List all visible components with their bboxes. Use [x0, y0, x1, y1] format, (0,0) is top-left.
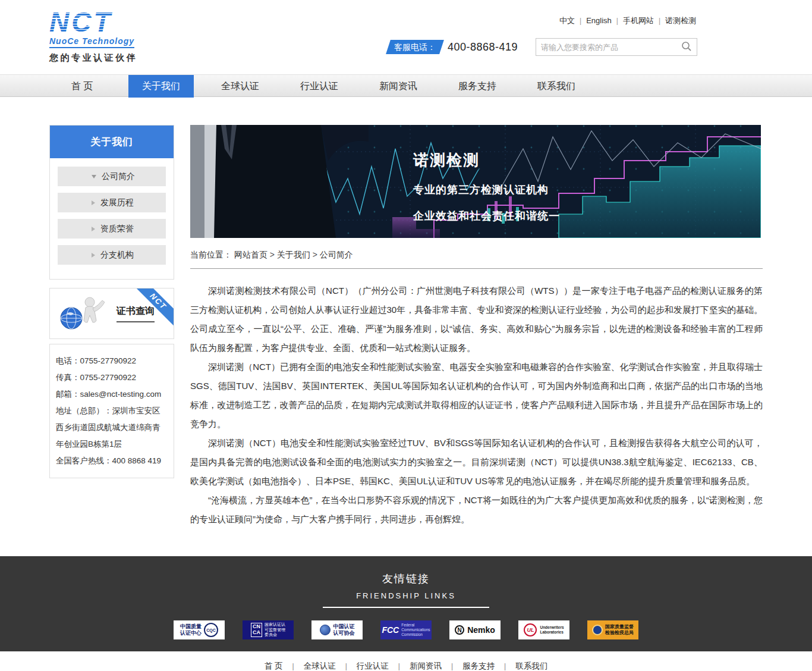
sidebar-item-development-history[interactable]: 发展历程 — [58, 193, 166, 212]
contact-info-box: 电话：0755-27790922 传真：0755-27790922 邮箱：sal… — [49, 344, 174, 478]
sidebar-item-label: 资质荣誉 — [100, 224, 134, 234]
link-nct-testing[interactable]: 诺测检测 — [665, 16, 696, 25]
certificate-query-box[interactable]: 证书查询 NCT — [49, 288, 174, 339]
footer-link-contact-us[interactable]: 联系我们 — [495, 661, 547, 671]
logo-text-line: Commission — [401, 632, 430, 637]
footer-link-global-certification[interactable]: 全球认证 — [283, 661, 336, 671]
banner-text: 诺测检测 专业的第三方检测认证机构 企业效益和社会责任和谐统一 — [413, 150, 560, 223]
main-nav: 首 页 关于我们 全球认证 行业认证 新闻资讯 服务支持 联系我们 — [0, 74, 812, 97]
ccaa-globe-icon — [320, 625, 331, 635]
hotline-number: 400-8868-419 — [448, 41, 518, 54]
nav-service-support[interactable]: 服务支持 — [445, 75, 510, 98]
logo-text-line: Laboratories — [540, 630, 564, 635]
logo-text-line: 可监督管理 — [265, 628, 285, 633]
divider: | — [616, 17, 618, 25]
partner-logo-row: 中国质量 认证中心 CQC CN CA 国家认证认 可监督管理 委员会 — [0, 620, 812, 639]
contact-fax: 传真：0755-27790922 — [56, 369, 168, 386]
page: NCT NuoCe Technology 您的专业认证伙伴 中文|English… — [0, 0, 812, 671]
logo-text-line: Federal — [401, 623, 430, 628]
link-chinese[interactable]: 中文 — [559, 16, 575, 25]
logo-text-line: Underwriters — [540, 625, 564, 630]
divider: | — [659, 17, 660, 25]
banner-subtitle-1: 专业的第三方检测认证机构 — [413, 183, 560, 197]
logo-text-line: 认证中心 — [180, 630, 202, 636]
partner-logo-cnca[interactable]: CN CA 国家认证认 可监督管理 委员会 — [243, 620, 294, 639]
ul-mark-icon: UL — [524, 623, 537, 636]
service-hotline: 客服电话： 400-8868-419 — [388, 40, 518, 54]
sidebar-title: 关于我们 — [50, 126, 174, 158]
sidebar: 关于我们 公司简介 发展历程 资质荣誉 — [49, 125, 174, 478]
logo-slogan: 您的专业认证伙伴 — [49, 52, 192, 64]
contact-phone: 电话：0755-27790922 — [56, 353, 168, 369]
banner-subtitle-2: 企业效益和社会责任和谐统一 — [413, 209, 560, 223]
logo-text-line: 中国质量 — [180, 623, 202, 630]
sidebar-item-label: 发展历程 — [100, 197, 134, 208]
nav-home[interactable]: 首 页 — [49, 75, 115, 98]
logo-text: NCT — [49, 8, 117, 36]
article-paragraph: 深圳诺测（NCT）已拥有全面的电池安全和性能测试实验室、电器安全实验室和电磁兼容… — [190, 358, 763, 434]
footer-nav: 首 页 全球认证 行业认证 新闻资讯 服务支持 联系我们 — [0, 661, 812, 671]
contact-email: 邮箱：sales@nct-testing.com — [56, 386, 168, 403]
footer-link-service-support[interactable]: 服务支持 — [442, 661, 495, 671]
caret-right-icon — [92, 227, 95, 231]
sidebar-item-qualification-honor[interactable]: 资质荣誉 — [58, 219, 166, 239]
nav-contact-us[interactable]: 联系我们 — [524, 75, 589, 98]
site-header: NCT NuoCe Technology 您的专业认证伙伴 中文|English… — [0, 0, 812, 74]
partner-logo-cqc[interactable]: 中国质量 认证中心 CQC — [174, 620, 225, 639]
contact-national-hotline: 全国客户热线：400 8868 419 — [56, 453, 168, 469]
breadcrumb: 当前位置： 网站首页 关于我们 公司简介 — [190, 250, 763, 269]
contact-address: 地址（总部）：深圳市宝安区西乡街道固戍航城大道绵商青年创业园B栋第1层 — [56, 403, 168, 453]
hero-banner: 诺测检测 专业的第三方检测认证机构 企业效益和社会责任和谐统一 — [190, 125, 761, 238]
sidebar-item-label: 公司简介 — [102, 171, 135, 182]
footer-link-industry-certification[interactable]: 行业认证 — [336, 661, 389, 671]
sidebar-about-box: 关于我们 公司简介 发展历程 资质荣誉 — [49, 125, 174, 280]
company-profile-article: 深圳诺测检测技术有限公司（NCT）（广州分公司：广州世测电子科技有限公司（WTS… — [190, 281, 763, 529]
logo-text-line: 认可协会 — [333, 630, 355, 636]
divider: | — [580, 17, 581, 25]
nav-industry-certification[interactable]: 行业认证 — [287, 75, 352, 98]
partner-logo-fcc[interactable]: FCC Federal Communications Commission — [380, 620, 432, 639]
sidebar-item-company-profile[interactable]: 公司简介 — [58, 167, 166, 186]
bottom-footer: 首 页 全球认证 行业认证 新闻资讯 服务支持 联系我们 深圳诺测检测技术有限公… — [0, 651, 812, 671]
partner-logo-nemko[interactable]: N Nemko — [449, 620, 501, 639]
breadcrumb-company-profile: 公司简介 — [320, 250, 353, 259]
logo-subtitle: NuoCe Technology — [49, 36, 134, 48]
banner-title: 诺测检测 — [413, 150, 560, 171]
article-paragraph: 深圳诺测（NCT）电池安全和性能测试实验室经过TUV、BV和SGS等国际知名认证… — [190, 434, 763, 491]
certificate-query-label: 证书查询 — [117, 305, 155, 322]
fcc-abbr-icon: FCC — [382, 625, 399, 635]
breadcrumb-about[interactable]: 关于我们 — [277, 250, 320, 259]
footer-link-home[interactable]: 首 页 — [265, 661, 283, 671]
caret-right-icon — [92, 200, 95, 205]
partner-logo-ul[interactable]: UL Underwriters Laboratories — [518, 620, 569, 639]
sidebar-item-label: 分支机构 — [100, 250, 134, 261]
aqsiq-emblem-icon — [592, 625, 603, 635]
company-logo[interactable]: NCT NuoCe Technology 您的专业认证伙伴 — [49, 8, 192, 64]
logo-text-line: 委员会 — [265, 632, 285, 638]
hotline-badge: 客服电话： — [386, 40, 444, 54]
link-english[interactable]: English — [586, 16, 612, 25]
search-box — [536, 38, 697, 56]
article-paragraph: 深圳诺测检测技术有限公司（NCT）（广州分公司：广州世测电子科技有限公司（WTS… — [190, 281, 763, 358]
footer-link-news[interactable]: 新闻资讯 — [389, 661, 442, 671]
partner-logo-aqsiq[interactable]: 国家质量监督 检验检疫总局 — [587, 620, 638, 639]
nav-global-certification[interactable]: 全球认证 — [207, 75, 273, 98]
friendship-title: 友情链接 — [0, 572, 812, 586]
sidebar-item-branches[interactable]: 分支机构 — [58, 245, 166, 265]
nav-about-us[interactable]: 关于我们 — [128, 75, 194, 98]
link-mobile-site[interactable]: 手机网站 — [623, 16, 654, 25]
nav-news[interactable]: 新闻资讯 — [366, 75, 431, 98]
breadcrumb-label: 当前位置： — [190, 250, 232, 259]
search-input[interactable] — [536, 39, 676, 55]
breadcrumb-home[interactable]: 网站首页 — [234, 250, 277, 259]
cnca-abbr-icon: CN CA — [251, 623, 262, 637]
search-icon — [681, 41, 692, 54]
logo-text-line: 检验检疫总局 — [605, 630, 634, 636]
partner-logo-ccaa[interactable]: 中国认证 认可协会 — [311, 620, 363, 639]
logo-text-line: 中国认证 — [333, 623, 355, 630]
logo-text-line: 国家质量监督 — [605, 624, 634, 630]
main-content: 诺测检测 专业的第三方检测认证机构 企业效益和社会责任和谐统一 当前位置： 网站… — [190, 125, 763, 529]
logo-text-line: 国家认证认 — [265, 622, 285, 628]
search-button[interactable] — [676, 39, 697, 55]
friendship-subtitle: FRIENDSHIP LINKS — [0, 591, 812, 600]
